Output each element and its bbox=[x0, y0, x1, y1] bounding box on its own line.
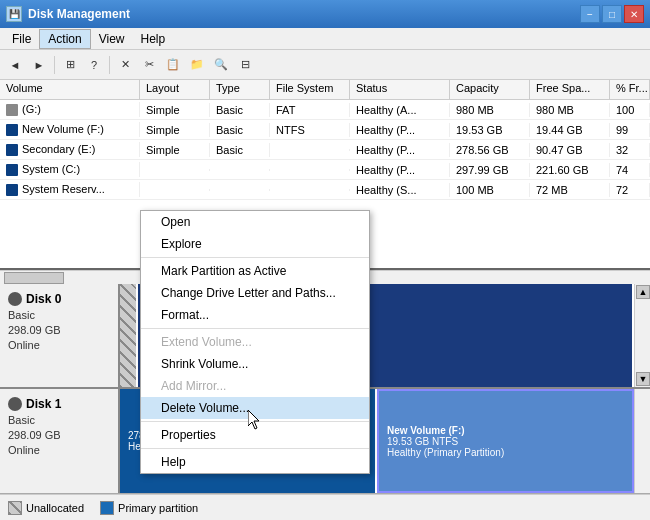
close-button[interactable]: ✕ bbox=[624, 5, 644, 23]
disk-0-name: Disk 0 bbox=[8, 292, 110, 306]
disk-0-size: 298.09 GB bbox=[8, 324, 110, 336]
cell-layout bbox=[140, 189, 210, 191]
app-icon: 💾 bbox=[6, 6, 22, 22]
toolbar-btn5[interactable]: 📋 bbox=[162, 54, 184, 76]
menu-view[interactable]: View bbox=[91, 30, 133, 48]
menu-help[interactable]: Help bbox=[133, 30, 174, 48]
ctx-help[interactable]: Help bbox=[141, 451, 369, 473]
toolbar-forward[interactable]: ► bbox=[28, 54, 50, 76]
menu-action[interactable]: Action bbox=[39, 29, 90, 49]
ctx-mark-active[interactable]: Mark Partition as Active bbox=[141, 260, 369, 282]
toolbar-sep2 bbox=[109, 56, 110, 74]
cell-free: 90.47 GB bbox=[530, 143, 610, 157]
cell-capacity: 278.56 GB bbox=[450, 143, 530, 157]
minimize-button[interactable]: − bbox=[580, 5, 600, 23]
disk-1-type: Basic bbox=[8, 414, 110, 426]
ctx-explore[interactable]: Explore bbox=[141, 233, 369, 255]
cell-type: Basic bbox=[210, 143, 270, 157]
cell-pct: 74 bbox=[610, 163, 650, 177]
ctx-open[interactable]: Open bbox=[141, 211, 369, 233]
toolbar: ◄ ► ⊞ ? ✕ ✂ 📋 📁 🔍 ⊟ bbox=[0, 50, 650, 80]
toolbar-btn3[interactable]: ✕ bbox=[114, 54, 136, 76]
cell-type: Basic bbox=[210, 123, 270, 137]
cell-free: 980 MB bbox=[530, 103, 610, 117]
disk-1-label: Disk 1 Basic 298.09 GB Online bbox=[0, 389, 120, 493]
ctx-sep4 bbox=[141, 448, 369, 449]
cell-status: Healthy (P... bbox=[350, 123, 450, 137]
cell-fs bbox=[270, 189, 350, 191]
legend-primary-box bbox=[100, 501, 114, 515]
cell-free: 221.60 GB bbox=[530, 163, 610, 177]
table-row[interactable]: System (C:) Healthy (P... 297.99 GB 221.… bbox=[0, 160, 650, 180]
cell-type: Basic bbox=[210, 103, 270, 117]
disk-0-type: Basic bbox=[8, 309, 110, 321]
toolbar-btn7[interactable]: 🔍 bbox=[210, 54, 232, 76]
cell-capacity: 100 MB bbox=[450, 183, 530, 197]
table-row[interactable]: (G:) Simple Basic FAT Healthy (A... 980 … bbox=[0, 100, 650, 120]
cell-volume: (G:) bbox=[0, 102, 140, 117]
cell-volume: System (C:) bbox=[0, 162, 140, 177]
cell-status: Healthy (P... bbox=[350, 163, 450, 177]
disk-0-label: Disk 0 Basic 298.09 GB Online bbox=[0, 284, 120, 387]
main-content: Volume Layout Type File System Status Ca… bbox=[0, 80, 650, 520]
cell-status: Healthy (A... bbox=[350, 103, 450, 117]
cell-type bbox=[210, 189, 270, 191]
cell-type bbox=[210, 169, 270, 171]
col-capacity-header: Capacity bbox=[450, 80, 530, 99]
col-freepct-header: % Fr... bbox=[610, 80, 650, 99]
toolbar-btn4[interactable]: ✂ bbox=[138, 54, 160, 76]
cell-layout: Simple bbox=[140, 123, 210, 137]
toolbar-btn8[interactable]: ⊟ bbox=[234, 54, 256, 76]
title-bar: 💾 Disk Management − □ ✕ bbox=[0, 0, 650, 28]
disk-0-status: Online bbox=[8, 339, 110, 351]
table-row[interactable]: Secondary (E:) Simple Basic Healthy (P..… bbox=[0, 140, 650, 160]
disk-1-status: Online bbox=[8, 444, 110, 456]
table-header: Volume Layout Type File System Status Ca… bbox=[0, 80, 650, 100]
cell-layout: Simple bbox=[140, 103, 210, 117]
cell-free: 19.44 GB bbox=[530, 123, 610, 137]
ctx-delete[interactable]: Delete Volume... bbox=[141, 397, 369, 419]
table-row[interactable]: New Volume (F:) Simple Basic NTFS Health… bbox=[0, 120, 650, 140]
cell-capacity: 297.99 GB bbox=[450, 163, 530, 177]
disk-1-newvol-size: 19.53 GB NTFS bbox=[387, 436, 624, 447]
legend-unallocated: Unallocated bbox=[8, 501, 84, 515]
ctx-sep3 bbox=[141, 421, 369, 422]
cell-status: Healthy (S... bbox=[350, 183, 450, 197]
status-bar: Unallocated Primary partition bbox=[0, 494, 650, 520]
window-controls: − □ ✕ bbox=[580, 5, 644, 23]
cell-status: Healthy (P... bbox=[350, 143, 450, 157]
disk-1-partition-newvol[interactable]: New Volume (F:) 19.53 GB NTFS Healthy (P… bbox=[377, 389, 634, 493]
col-status-header: Status bbox=[350, 80, 450, 99]
ctx-change-letter[interactable]: Change Drive Letter and Paths... bbox=[141, 282, 369, 304]
legend-unalloc-label: Unallocated bbox=[26, 502, 84, 514]
toolbar-btn6[interactable]: 📁 bbox=[186, 54, 208, 76]
toolbar-btn2[interactable]: ? bbox=[83, 54, 105, 76]
ctx-properties[interactable]: Properties bbox=[141, 424, 369, 446]
disk-1-newvol-name: New Volume (F:) bbox=[387, 425, 624, 436]
col-fs-header: File System bbox=[270, 80, 350, 99]
disk-1-newvol-status: Healthy (Primary Partition) bbox=[387, 447, 624, 458]
ctx-shrink[interactable]: Shrink Volume... bbox=[141, 353, 369, 375]
cell-free: 72 MB bbox=[530, 183, 610, 197]
disk-0-partition-unalloc[interactable] bbox=[120, 284, 138, 387]
disk-1-name: Disk 1 bbox=[8, 397, 110, 411]
menu-file[interactable]: File bbox=[4, 30, 39, 48]
ctx-extend: Extend Volume... bbox=[141, 331, 369, 353]
ctx-format[interactable]: Format... bbox=[141, 304, 369, 326]
window-title: Disk Management bbox=[28, 7, 130, 21]
maximize-button[interactable]: □ bbox=[602, 5, 622, 23]
cell-layout bbox=[140, 169, 210, 171]
cell-pct: 100 bbox=[610, 103, 650, 117]
toolbar-btn1[interactable]: ⊞ bbox=[59, 54, 81, 76]
col-layout-header: Layout bbox=[140, 80, 210, 99]
disk-1-size: 298.09 GB bbox=[8, 429, 110, 441]
cell-fs bbox=[270, 149, 350, 151]
table-row[interactable]: System Reserv... Healthy (S... 100 MB 72… bbox=[0, 180, 650, 200]
legend-primary-label: Primary partition bbox=[118, 502, 198, 514]
legend-unalloc-box bbox=[8, 501, 22, 515]
toolbar-back[interactable]: ◄ bbox=[4, 54, 26, 76]
cell-volume: New Volume (F:) bbox=[0, 122, 140, 137]
cell-pct: 72 bbox=[610, 183, 650, 197]
col-volume-header: Volume bbox=[0, 80, 140, 99]
menu-bar: File Action View Help bbox=[0, 28, 650, 50]
